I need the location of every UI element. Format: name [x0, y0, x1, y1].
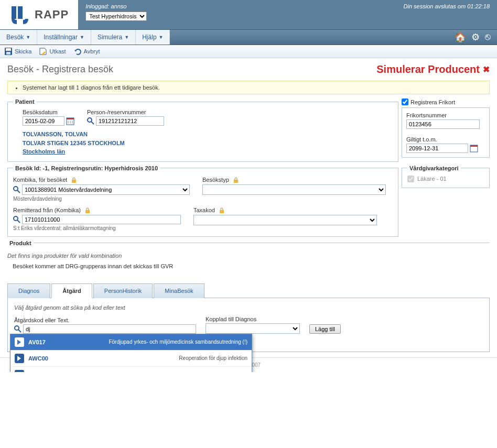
atgardskod-label: Åtgärdskod eller Text. [14, 317, 196, 323]
svg-rect-6 [67, 118, 74, 119]
lock-icon [219, 207, 225, 214]
besoksdatum-input[interactable] [23, 116, 64, 126]
tab-content-atgard: Välj åtgärd genom att söka på kod eller … [7, 298, 490, 352]
utkast-button[interactable]: Utkast [39, 47, 66, 56]
patient-legend: Patient [13, 99, 37, 105]
vardgivar-fieldset: Vårdgivarkategori Läkare - 01 [402, 165, 490, 188]
page-title: Besök - Registrera besök [7, 64, 113, 75]
remitt-input[interactable] [22, 215, 181, 224]
besok-fieldset: Besök Id: -1, Registreringsrutin: Hyperh… [7, 165, 398, 237]
giltigt-label: Giltigt t.o.m. [406, 136, 485, 143]
skicka-button[interactable]: Skicka [4, 47, 31, 56]
besokstyp-select[interactable] [202, 184, 386, 195]
menu-installningar[interactable]: Inställningar▼ [37, 30, 91, 45]
menu-simulera[interactable]: Simulera▼ [91, 30, 136, 45]
menu-besok[interactable]: Besök▼ [0, 30, 37, 45]
autocomplete-item[interactable]: AWE00Reoperation för djup blödning [10, 367, 252, 372]
undo-icon [73, 47, 82, 56]
tab-minabesok[interactable]: MinaBesök [154, 283, 204, 298]
svg-rect-3 [6, 48, 11, 51]
simulator-close-icon[interactable]: ✖ [483, 64, 490, 74]
logo-area: RAPP [0, 0, 78, 29]
frikortsnummer-label: Frikortsnummer [406, 112, 485, 118]
vardgivar-legend: Vårdgivarkategori [407, 165, 461, 171]
simulator-banner: Simulerar Producent ✖ [376, 63, 490, 75]
autocomplete-desc: Fördjupad yrkes- och miljömedicinsk samb… [69, 339, 247, 345]
autocomplete-item[interactable]: AV017Fördjupad yrkes- och miljömedicinsk… [10, 334, 252, 351]
autocomplete-code: AV017 [28, 339, 65, 345]
lock-icon [71, 177, 77, 183]
tab-diagnos[interactable]: Diagnos [7, 283, 50, 298]
app-name: RAPP [35, 8, 69, 21]
frikort-checkbox[interactable] [402, 99, 408, 105]
autocomplete-code: AWC00 [28, 355, 65, 362]
frikortsnummer-input[interactable] [406, 119, 480, 129]
home-icon[interactable]: 🏠 [455, 31, 466, 43]
lock-icon [84, 207, 91, 214]
autocomplete-desc: Reoperation för djup blödning [69, 371, 247, 372]
arrow-icon [15, 337, 24, 347]
svg-point-19 [14, 216, 18, 221]
besokstyp-label: Besökstyp [202, 177, 386, 183]
kombika-label: Kombika, för besöket [13, 177, 190, 183]
search-icon[interactable] [13, 186, 20, 193]
session-timer: Din session avslutas om 01:22:18 [404, 3, 490, 9]
personnr-input[interactable] [96, 116, 164, 126]
calendar-icon[interactable] [470, 144, 478, 152]
search-icon[interactable] [13, 216, 20, 223]
kombika-sub: Möstervårdavdelning [13, 196, 190, 202]
kombika-select[interactable]: 1001388901 Möstervårdavdelning [22, 184, 190, 195]
toolbar: Skicka Utkast Avbryt [0, 45, 497, 58]
remitt-label: Remitterad från (Kombika) [13, 207, 181, 214]
lagg-till-button[interactable]: Lägg till [309, 324, 341, 334]
main-menu: Besök▼ Inställningar▼ Simulera▼ Hjälp▼ [0, 30, 170, 45]
svg-rect-0 [12, 6, 16, 19]
frikort-panel: Registrera Frikort Frikortsnummer Giltig… [402, 99, 490, 158]
svg-rect-14 [72, 180, 76, 183]
save-icon [4, 47, 13, 56]
menu-hjalp[interactable]: Hjälp▼ [136, 30, 170, 45]
autocomplete-desc: Reoperation för djup infektion [69, 355, 247, 361]
svg-rect-13 [470, 145, 478, 147]
svg-rect-18 [85, 210, 90, 213]
giltigt-input[interactable] [406, 144, 468, 153]
calendar-icon[interactable] [66, 117, 74, 125]
search-icon[interactable] [14, 325, 21, 333]
draft-icon [39, 47, 47, 56]
menubar: Besök▼ Inställningar▼ Simulera▼ Hjälp▼ 🏠… [0, 29, 497, 45]
session-bar: Inloggad: annso Test Hyperhidrosis Din s… [78, 0, 497, 29]
session-user: Inloggad: annso [85, 3, 147, 9]
patient-name-text: TOLVANSSON, TOLVAN [23, 130, 393, 139]
patient-region-link[interactable]: Stockholms län [23, 147, 393, 156]
tab-personhistorik[interactable]: PersonHistorik [93, 283, 153, 298]
personnr-label: Person-/reservnummer [87, 109, 164, 115]
search-icon[interactable] [87, 117, 94, 125]
arrow-icon [15, 370, 24, 372]
svg-rect-21 [220, 210, 224, 213]
tab-bar: Diagnos Åtgärd PersonHistorik MinaBesök [7, 283, 490, 298]
svg-rect-17 [234, 180, 238, 183]
vardgivar-item: Läkare - 01 [417, 176, 447, 182]
atgard-instruction: Välj åtgärd genom att söka på kod eller … [14, 304, 483, 311]
app-logo-icon [9, 4, 30, 25]
svg-point-22 [15, 326, 19, 330]
svg-rect-26 [15, 370, 24, 372]
autocomplete-dropdown: AV017Fördjupad yrkes- och miljömedicinsk… [10, 334, 252, 372]
kopplad-select[interactable] [206, 323, 300, 334]
autocomplete-code: AWE00 [28, 371, 65, 372]
atgardskod-input[interactable] [23, 324, 196, 334]
avbryt-button[interactable]: Avbryt [73, 47, 100, 56]
produkt-legend: Produkt [7, 240, 34, 246]
arrow-icon [15, 354, 24, 363]
logout-icon[interactable]: ⎋ [485, 31, 491, 43]
svg-line-11 [91, 122, 94, 124]
svg-rect-4 [6, 52, 10, 54]
tab-atgard[interactable]: Åtgärd [51, 283, 92, 298]
autocomplete-list[interactable]: AV017Fördjupad yrkes- och miljömedicinsk… [10, 334, 252, 372]
context-select[interactable]: Test Hyperhidrosis [85, 12, 147, 21]
taxakod-select[interactable] [193, 215, 377, 225]
remitt-sub: S:t Eriks vårdcentral; allmänläkarmottag… [13, 225, 181, 231]
gear-icon[interactable]: ⚙ [471, 31, 480, 43]
patient-fieldset: Patient Besöksdatum Person-/reservnummer [7, 99, 398, 162]
autocomplete-item[interactable]: AWC00Reoperation för djup infektion [10, 351, 252, 367]
